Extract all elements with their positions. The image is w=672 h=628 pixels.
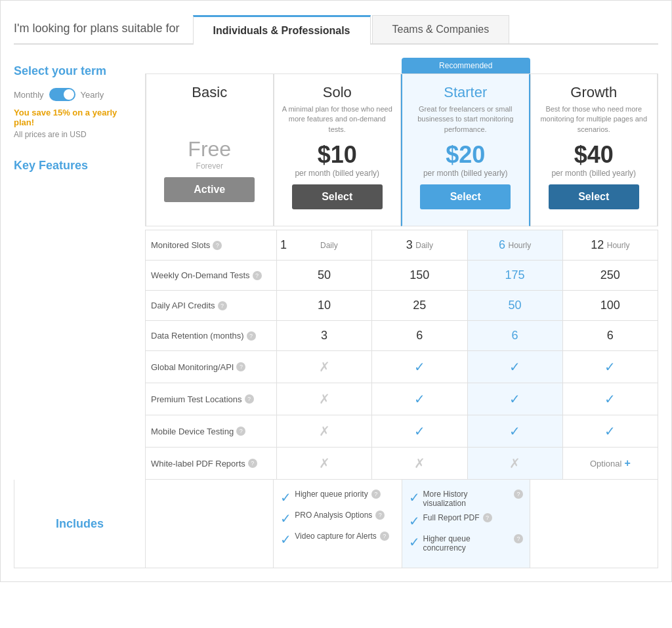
key-features-title: Key Features <box>14 159 138 173</box>
growth-retention: 6 <box>563 321 658 350</box>
feature-retention: Data Retention (months) ? 3 6 6 6 <box>146 321 658 351</box>
starter-retention: 6 <box>468 321 563 350</box>
help-icon[interactable]: ? <box>253 271 262 280</box>
basic-desc <box>153 104 266 131</box>
include-item: ✓ Full Report PDF ? <box>409 513 523 529</box>
growth-price: $40 <box>537 141 651 169</box>
starter-desc: Great for freelancers or small businesse… <box>409 104 522 135</box>
features-label-col <box>14 226 145 480</box>
help-icon[interactable]: ? <box>248 459 257 468</box>
billing-toggle-row: Monthly Yearly <box>14 88 138 101</box>
check-icon: ✓ <box>280 490 291 505</box>
header: I'm looking for plans suitable for Indiv… <box>14 14 658 45</box>
cross-icon: ✗ <box>319 455 330 471</box>
growth-mobile: ✓ <box>563 415 658 447</box>
check-icon: ✓ <box>509 391 520 407</box>
check-icon: ✓ <box>409 513 420 529</box>
recommended-label: Recommended <box>439 61 492 70</box>
starter-name: Starter <box>409 84 522 101</box>
growth-whitelabel: Optional + <box>563 448 658 479</box>
help-icon[interactable]: ? <box>245 394 254 404</box>
starter-whitelabel: ✗ <box>468 448 563 479</box>
starter-monitored-slots: 6 Hourly <box>468 230 563 260</box>
solo-mobile: ✓ <box>372 415 467 447</box>
plan-basic: Basic Free Forever Active <box>146 74 274 226</box>
sidebar: Select your term Monthly Yearly You save… <box>14 58 145 226</box>
starter-premium: ✓ <box>468 383 563 415</box>
cross-icon: ✗ <box>319 423 330 439</box>
growth-global: ✓ <box>563 351 658 383</box>
optional-text: Optional <box>590 459 621 469</box>
savings-text: You save 15% on a yearly plan! <box>14 108 138 127</box>
plan-growth: Growth Best for those who need more moni… <box>530 74 658 226</box>
starter-global: ✓ <box>468 351 563 383</box>
growth-monitored-slots: 12 Hourly <box>563 230 658 260</box>
help-icon[interactable]: ? <box>514 490 523 499</box>
tab-individuals[interactable]: Individuals & Professionals <box>193 15 371 45</box>
check-icon: ✓ <box>414 359 425 375</box>
include-item: ✓ Higher queue priority ? <box>280 490 394 505</box>
basic-api: 10 <box>277 291 372 320</box>
tab-teams[interactable]: Teams & Companies <box>372 15 510 43</box>
spacer-growth <box>530 58 659 73</box>
help-icon[interactable]: ? <box>247 331 256 341</box>
starter-includes: ✓ More History visualization ? ✓ Full Re… <box>402 480 530 568</box>
starter-price: $20 <box>409 141 522 169</box>
basic-weekly: 50 <box>277 261 372 290</box>
feature-label: Global Monitoring/API ? <box>146 351 277 383</box>
pricing-page: I'm looking for plans suitable for Indiv… <box>0 0 672 582</box>
check-icon: ✓ <box>414 423 425 439</box>
help-icon[interactable]: ? <box>375 511 385 520</box>
solo-includes: ✓ Higher queue priority ? ✓ PRO Analysis… <box>274 480 402 568</box>
growth-desc: Best for those who need more monitoring … <box>537 104 651 135</box>
feature-label: Data Retention (months) ? <box>146 321 277 350</box>
basic-whitelabel: ✗ <box>277 448 372 479</box>
help-icon[interactable]: ? <box>371 490 381 499</box>
cross-icon: ✗ <box>319 391 330 407</box>
starter-api: 50 <box>468 291 563 320</box>
help-icon[interactable]: ? <box>213 241 222 250</box>
check-icon: ✓ <box>414 391 425 407</box>
check-icon: ✓ <box>409 490 420 505</box>
include-item: ✓ Video capture for Alerts ? <box>280 532 394 547</box>
plus-icon[interactable]: + <box>624 457 630 469</box>
help-icon[interactable]: ? <box>236 427 245 436</box>
growth-select-button[interactable]: Select <box>549 184 639 209</box>
solo-retention: 6 <box>372 321 467 350</box>
solo-select-button[interactable]: Select <box>292 184 383 209</box>
plan-starter: Starter Great for freelancers or small b… <box>401 74 530 226</box>
help-icon[interactable]: ? <box>483 513 492 522</box>
monthly-label: Monthly <box>14 90 44 100</box>
basic-premium: ✗ <box>277 383 372 415</box>
starter-select-button[interactable]: Select <box>420 184 511 209</box>
select-term-title: Select your term <box>14 64 138 78</box>
solo-price: $10 <box>281 141 394 169</box>
check-icon: ✓ <box>604 391 616 407</box>
basic-select-button[interactable]: Active <box>164 177 255 202</box>
solo-desc: A minimal plan for those who need more f… <box>281 104 394 135</box>
basic-monitored-slots: 1 Daily <box>277 230 372 260</box>
basic-mobile: ✗ <box>277 415 372 447</box>
basic-global: ✗ <box>277 351 372 383</box>
recommended-banner: Recommended <box>402 58 530 73</box>
plan-solo: Solo A minimal plan for those who need m… <box>274 74 402 226</box>
help-icon[interactable]: ? <box>236 362 245 371</box>
features-section: Monitored Slots ? 1 Daily 3 Daily 6 Hour… <box>145 230 658 480</box>
solo-premium: ✓ <box>372 383 467 415</box>
solo-global: ✓ <box>372 351 467 383</box>
include-item: ✓ PRO Analysis Options ? <box>280 511 394 526</box>
feature-label: Premium Test Locations ? <box>146 383 277 415</box>
include-item: ✓ More History visualization ? <box>409 490 523 508</box>
starter-price-label: per month (billed yearly) <box>409 169 522 178</box>
billing-toggle[interactable] <box>49 88 75 101</box>
solo-whitelabel: ✗ <box>372 448 467 479</box>
help-icon[interactable]: ? <box>380 532 389 541</box>
starter-mobile: ✓ <box>468 415 563 447</box>
cross-icon: ✗ <box>319 359 330 375</box>
solo-name: Solo <box>281 84 394 101</box>
help-icon[interactable]: ? <box>218 301 227 310</box>
growth-name: Growth <box>537 84 651 101</box>
feature-global: Global Monitoring/API ? ✗ ✓ ✓ ✓ <box>146 351 658 383</box>
help-icon[interactable]: ? <box>514 534 522 543</box>
spacer-solo <box>274 58 402 73</box>
